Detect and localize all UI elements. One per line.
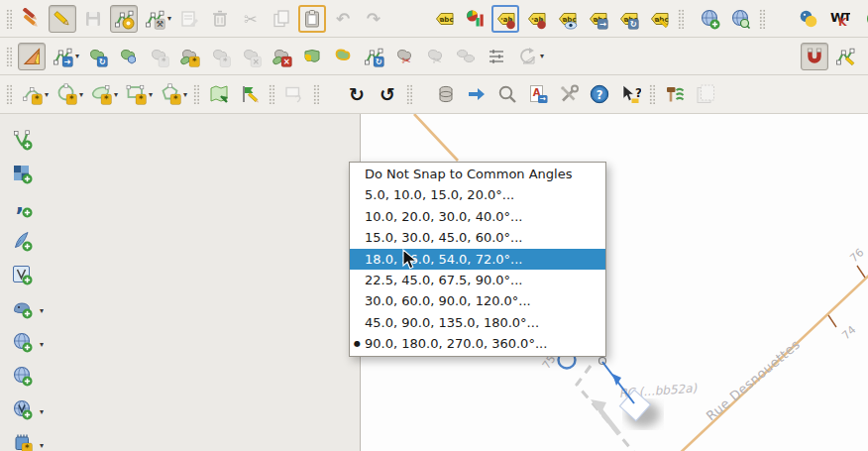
highlight-pinned-labels-button[interactable]: ab — [522, 5, 550, 33]
new-map-view-button[interactable] — [205, 80, 233, 108]
reshape-features-button[interactable] — [298, 43, 326, 70]
redo-button[interactable]: ↷ — [360, 5, 387, 33]
toolbar-grip[interactable] — [6, 47, 12, 66]
whats-this-button[interactable]: ? — [616, 80, 644, 108]
toolbar-grip[interactable] — [269, 84, 274, 104]
delete-part-button[interactable]: × — [268, 43, 295, 70]
split-features-button[interactable]: ↻ — [360, 43, 387, 70]
reload-button[interactable]: ↺ — [374, 80, 401, 108]
toolbar-grip[interactable] — [649, 84, 655, 104]
regular-polygon-tool-button[interactable]: * — [157, 80, 184, 108]
forward-button[interactable] — [463, 80, 490, 108]
toolbar-grip[interactable] — [6, 84, 12, 104]
toolbar-grip[interactable] — [678, 9, 684, 29]
copy-features-button[interactable] — [268, 5, 295, 33]
select-features-tool-button[interactable] — [280, 80, 308, 108]
circle-tool-dropdown-arrow[interactable]: ▾ — [79, 90, 83, 99]
regular-polygon-tool-dropdown-arrow[interactable]: ▾ — [183, 90, 187, 99]
toolbar-grip[interactable] — [6, 9, 12, 29]
add-ring-button[interactable]: * — [145, 43, 172, 70]
add-vector-layer-button[interactable] — [7, 125, 37, 155]
split-parts-alt-button[interactable]: ✂ — [421, 43, 449, 70]
metasearch-search-button[interactable] — [726, 5, 754, 33]
wkt-plugin-button[interactable]: WKT — [825, 5, 853, 33]
add-postgis-layer-button[interactable]: ▾ — [7, 293, 37, 323]
digitize-with-segment-button[interactable] — [110, 5, 138, 33]
undo-button[interactable]: ↶ — [329, 5, 357, 33]
offset-curve-button[interactable] — [329, 43, 357, 70]
change-label-button[interactable]: abc — [645, 5, 673, 33]
cut-features-button[interactable]: ✂ — [237, 5, 265, 33]
angle-option-1[interactable]: 5.0, 10.0, 15.0, 20.0°... — [350, 184, 605, 205]
ellipse-tool-dropdown-arrow[interactable]: ▾ — [114, 90, 118, 99]
help-button[interactable]: ? — [586, 80, 613, 108]
add-wfs-layer-button[interactable]: ▾ — [7, 395, 37, 424]
circular-string-by-radius-dropdown-arrow[interactable]: ▾ — [45, 90, 49, 99]
snapping-options-button[interactable] — [801, 43, 828, 70]
delete-selected-button[interactable] — [206, 5, 234, 33]
plugin-green-button[interactable] — [856, 5, 868, 33]
toolbar-grip[interactable] — [406, 84, 412, 104]
circle-tool-button[interactable]: * — [53, 80, 80, 108]
circular-string-by-radius-button[interactable]: * — [18, 80, 46, 108]
metasearch-add-service-button[interactable] — [696, 5, 723, 33]
python-console-button[interactable] — [795, 5, 822, 33]
save-edits-button[interactable] — [79, 5, 107, 33]
angle-option-5[interactable]: 22.5, 45.0, 67.5, 90.0°... — [350, 270, 605, 290]
toolbar-grip[interactable] — [759, 9, 765, 29]
angle-option-4[interactable]: 18.0, 36.0, 54.0, 72.0°... — [350, 249, 605, 270]
add-wms-layer-button[interactable]: ▾ — [7, 327, 37, 357]
processing-toolbox-button[interactable] — [661, 80, 689, 108]
annotation-tool-button[interactable] — [236, 80, 264, 108]
move-label-button[interactable]: abc→ — [584, 5, 611, 33]
pin-unpin-labels-button[interactable]: ab — [491, 5, 519, 33]
show-hide-labels-button[interactable]: abc — [553, 5, 581, 33]
zoom-search-button[interactable] — [493, 80, 521, 108]
angle-option-0[interactable]: Do Not Snap to Common Angles — [350, 164, 605, 184]
paste-features-button[interactable] — [298, 5, 326, 33]
layer-labeling-options-button[interactable]: abc — [430, 5, 458, 33]
toggle-editing-button[interactable] — [49, 5, 76, 33]
add-delimited-text-layer-button[interactable]: , — [7, 192, 37, 222]
merge-features-button[interactable] — [452, 43, 480, 70]
scale-feature-button[interactable] — [114, 43, 142, 70]
delete-ring-button[interactable]: × — [237, 43, 265, 70]
add-virtual-layer-button[interactable] — [7, 260, 37, 289]
add-part-button[interactable]: * — [175, 43, 203, 70]
export-pdf-button[interactable]: A→ — [524, 80, 552, 108]
fill-ring-button[interactable]: * — [206, 43, 234, 70]
split-parts-button[interactable]: ✂ — [390, 43, 418, 70]
toolbar-grip[interactable] — [313, 84, 319, 104]
merge-feature-attributes-button[interactable] — [483, 43, 510, 70]
move-feature-dropdown-arrow[interactable]: ▾ — [75, 52, 79, 60]
rotate-label-button[interactable]: abc↻ — [614, 5, 642, 33]
processing-provider-button[interactable]: *▾ — [7, 428, 37, 451]
angle-option-6[interactable]: 30.0, 60.0, 90.0, 120.0°... — [350, 290, 605, 311]
add-wcs-layer-button[interactable] — [7, 361, 37, 391]
layer-diagram-options-button[interactable] — [461, 5, 488, 33]
angle-option-2[interactable]: 10.0, 20.0, 30.0, 40.0°... — [350, 206, 605, 227]
advanced-digitizing-toolbar-dropdown-arrow[interactable]: ▾ — [167, 14, 171, 23]
rectangle-tool-button[interactable]: * — [122, 80, 150, 108]
current-edits-button[interactable] — [18, 5, 46, 33]
toolbar-grip[interactable] — [193, 84, 199, 104]
rotate-point-symbols-button[interactable] — [513, 43, 541, 70]
add-raster-layer-button[interactable] — [7, 159, 37, 188]
rectangle-tool-dropdown-arrow[interactable]: ▾ — [149, 90, 153, 99]
angle-option-7[interactable]: 45.0, 90.0, 135.0, 180.0°... — [350, 312, 605, 333]
ellipse-tool-button[interactable]: * — [87, 80, 115, 108]
add-spatialite-layer-button[interactable] — [7, 226, 37, 256]
vertex-tool-button[interactable] — [831, 43, 859, 70]
refresh-map-button[interactable]: ↻ — [343, 80, 371, 108]
angle-option-8[interactable]: ●90.0, 180.0, 270.0, 360.0°... — [350, 333, 605, 354]
layout-manager-button[interactable] — [692, 80, 719, 108]
enable-advanced-digitizing-panel-button[interactable] — [18, 43, 46, 70]
move-feature-button[interactable]: ➜ — [49, 43, 76, 70]
angle-option-3[interactable]: 15.0, 30.0, 45.0, 60.0°... — [350, 227, 605, 248]
modify-attributes-button[interactable] — [175, 5, 203, 33]
advanced-digitizing-toolbar-button[interactable]: ⚒ — [141, 5, 168, 33]
rotate-point-symbols-dropdown-arrow[interactable]: ▾ — [540, 52, 544, 60]
options-tools-button[interactable] — [555, 80, 583, 108]
database-manager-button[interactable] — [432, 80, 460, 108]
rotate-feature-button[interactable]: ↻ — [83, 43, 111, 70]
